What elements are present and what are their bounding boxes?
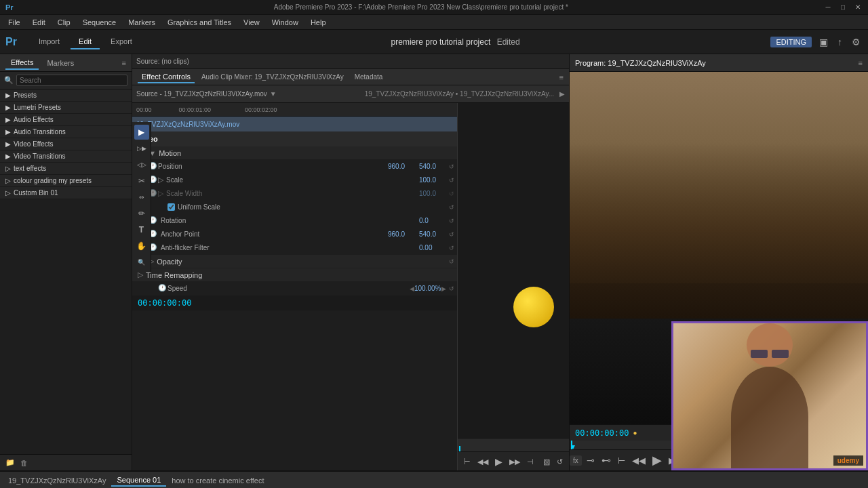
delete-icon[interactable]: 🗑 — [20, 459, 28, 467]
menu-clip[interactable]: Clip — [52, 17, 76, 28]
source-scrubber[interactable] — [458, 439, 569, 452]
rotation-reset[interactable]: ↺ — [449, 218, 454, 224]
ws-share[interactable]: ↑ — [835, 37, 844, 47]
scale-toggle[interactable]: ▷ — [158, 176, 163, 184]
tool-zoom[interactable]: 🔍 — [134, 255, 149, 270]
menu-sequence[interactable]: Sequence — [77, 17, 122, 28]
ec-expand-icon[interactable]: ▶ — [559, 90, 565, 98]
ws-icon-1[interactable]: ▣ — [817, 37, 830, 47]
tab-effect-controls[interactable]: Effect Controls — [138, 71, 195, 83]
window-controls[interactable]: ─ □ ✕ — [823, 3, 863, 12]
speed-stopwatch[interactable]: 🕐 — [158, 284, 167, 293]
fx-video-effects[interactable]: ▶ Video Effects — [0, 138, 132, 150]
tool-text[interactable]: T — [134, 222, 149, 237]
position-x[interactable]: 960.0 — [388, 163, 415, 170]
menu-file[interactable]: File — [3, 17, 26, 28]
prog-btn-2[interactable]: ⊷ — [599, 455, 613, 466]
ec-motion-header[interactable]: fx ▼ Motion — [132, 146, 457, 160]
fx-audio-transitions[interactable]: ▶ Audio Transitions — [0, 126, 132, 138]
tab-effects[interactable]: Effects — [5, 56, 39, 70]
source-go-in[interactable]: ⊢ — [462, 458, 473, 466]
prog-play[interactable]: ▶ — [650, 453, 664, 468]
timeline-panel: 19_TVZJXzQzNzRlU3ViXzAy Sequence 01 how … — [0, 470, 868, 488]
tab-markers-effects[interactable]: Markers — [41, 57, 79, 69]
position-reset[interactable]: ↺ — [449, 163, 454, 170]
source-btn2[interactable]: ↺ — [555, 458, 565, 466]
fx-presets[interactable]: ▶ Presets — [0, 89, 132, 102]
source-dropdown-arrow[interactable]: ▼ — [270, 90, 277, 98]
workspace-tab-export[interactable]: Export — [102, 35, 140, 49]
workspace-tab-edit[interactable]: Edit — [71, 35, 100, 49]
ec-prop-position: 🕐 Position 960.0 540.0 ↺ — [132, 160, 457, 174]
source-marker[interactable]: ▧ — [541, 458, 552, 466]
tl-tab-sequence[interactable]: Sequence 01 — [111, 474, 166, 487]
prog-btn-1[interactable]: ⊸ — [585, 455, 597, 466]
prog-go-in[interactable]: ⊢ — [616, 455, 627, 466]
scale-val[interactable]: 100.0 — [419, 176, 446, 184]
tab-metadata[interactable]: Metadata — [351, 72, 387, 82]
fx-text-effects[interactable]: ▷ text effects — [0, 163, 132, 175]
speed-arrow-right[interactable]: ▶ — [441, 285, 446, 292]
tool-pen[interactable]: ✏ — [134, 206, 149, 221]
fx-video-transitions[interactable]: ▶ Video Transitions — [0, 150, 132, 163]
anchor-x[interactable]: 960.0 — [388, 230, 415, 238]
fx-colour-grading[interactable]: ▷ colour grading my presets — [0, 175, 132, 187]
ec-opacity-header[interactable]: fx ▷ Opacity ↺ — [132, 255, 457, 268]
prog-step-back[interactable]: ◀◀ — [630, 455, 648, 466]
prog-fx[interactable]: fx — [570, 455, 582, 466]
ws-settings[interactable]: ⚙ — [850, 37, 863, 47]
speed-reset[interactable]: ↺ — [449, 285, 454, 292]
tab-audio-clip-mixer[interactable]: Audio Clip Mixer: 19_TVZJXzQzNzRlU3ViXzA… — [197, 72, 348, 82]
ec-prop-uniform-scale[interactable]: Uniform Scale ↺ — [132, 201, 457, 214]
program-monitor-header: Program: 19_TVZJXzQzNzRlU3ViXzAy ≡ — [570, 54, 868, 72]
uniform-scale-reset[interactable]: ↺ — [449, 204, 454, 211]
antiflicker-val[interactable]: 0.00 — [419, 244, 446, 251]
close-button[interactable]: ✕ — [853, 3, 863, 12]
menu-graphics[interactable]: Graphics and Titles — [162, 17, 237, 28]
menu-window[interactable]: Window — [267, 17, 304, 28]
source-go-out[interactable]: ⊣ — [525, 458, 536, 466]
menu-view[interactable]: View — [238, 17, 265, 28]
fx-lumetri-label: Lumetri Presets — [14, 104, 61, 111]
program-timecode[interactable]: 00:00:00:00 — [575, 428, 629, 438]
menu-markers[interactable]: Markers — [123, 17, 161, 28]
new-bin-icon[interactable]: 📁 — [5, 458, 15, 467]
anchor-reset[interactable]: ↺ — [449, 231, 454, 238]
menu-edit[interactable]: Edit — [27, 17, 51, 28]
tool-track-select[interactable]: ▷▶ — [134, 141, 149, 156]
minimize-button[interactable]: ─ — [823, 3, 833, 12]
fx-lumetri[interactable]: ▶ Lumetri Presets — [0, 102, 132, 114]
ec-source-monitor: ⊢ ◀◀ ▶ ▶▶ ⊣ ▧ ↺ — [458, 103, 569, 470]
source-step-fwd[interactable]: ▶▶ — [507, 458, 522, 466]
source-step-back[interactable]: ◀◀ — [475, 458, 490, 466]
tl-tab-source[interactable]: 19_TVZJXzQzNzRlU3ViXzAy — [3, 475, 111, 486]
maximize-button[interactable]: □ — [838, 3, 848, 12]
rotation-val[interactable]: 0.0 — [419, 217, 446, 224]
uniform-scale-checkbox[interactable] — [167, 203, 175, 211]
fx-custom-bin[interactable]: ▷ Custom Bin 01 — [0, 187, 132, 199]
ec-panel-menu[interactable]: ≡ — [559, 73, 564, 81]
tool-ripple[interactable]: ◁▷ — [134, 157, 149, 172]
workspace-tab-import[interactable]: Import — [31, 35, 68, 49]
opacity-reset[interactable]: ↺ — [449, 258, 454, 265]
menu-help[interactable]: Help — [305, 17, 332, 28]
fx-audio-effects[interactable]: ▶ Audio Effects — [0, 114, 132, 126]
ec-time-remap-header[interactable]: ▷ Time Remapping — [132, 268, 457, 282]
tool-selection[interactable]: ▶ — [134, 125, 149, 140]
scale-reset[interactable]: ↺ — [449, 177, 454, 184]
position-y[interactable]: 540.0 — [419, 163, 446, 170]
tool-razor[interactable]: ✂ — [134, 174, 149, 188]
tool-hand[interactable]: ✋ — [134, 239, 149, 253]
effects-search-input[interactable] — [16, 75, 127, 86]
effects-panel-menu[interactable]: ≡ — [122, 59, 126, 67]
folder-icon-4: ▶ — [5, 128, 11, 136]
fx-custom-bin-label: Custom Bin 01 — [14, 189, 58, 197]
anchor-y[interactable]: 540.0 — [419, 230, 446, 238]
program-menu-icon[interactable]: ≡ — [859, 59, 863, 67]
antiflicker-reset[interactable]: ↺ — [449, 245, 454, 251]
speed-val[interactable]: 100.00% — [414, 285, 441, 292]
tool-slip[interactable]: ⇔ — [134, 190, 149, 205]
source-play-btn[interactable]: ▶ — [493, 456, 505, 467]
speed-arrow-left[interactable]: ◀ — [410, 285, 414, 292]
folder-icon-6: ▶ — [5, 152, 11, 160]
